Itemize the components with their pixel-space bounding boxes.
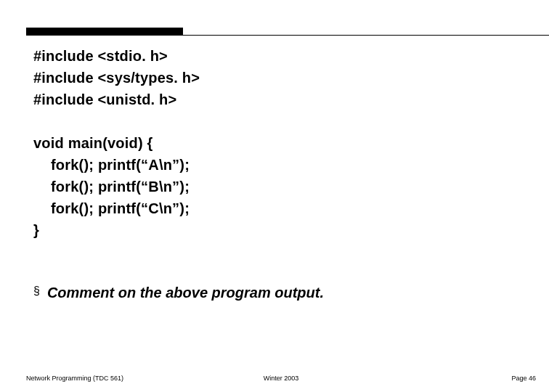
title-bar [26, 28, 183, 35]
footer-right: Page 46 [511, 375, 536, 382]
bullet-text: Comment on the above program output. [47, 282, 324, 303]
code-line: #include <unistd. h> [33, 89, 520, 110]
code-line: } [33, 219, 520, 241]
title-underline [26, 35, 549, 36]
bullet-item: § Comment on the above program output. [33, 282, 520, 303]
code-line: #include <stdio. h> [33, 45, 520, 67]
code-line: fork(); printf(“B\n”); [33, 176, 520, 197]
slide-content: #include <stdio. h> #include <sys/types.… [33, 45, 520, 303]
blank-line [33, 110, 520, 132]
footer: Network Programming (TDC 561) Winter 200… [26, 375, 536, 382]
code-line: fork(); printf(“C\n”); [33, 197, 520, 219]
code-line: void main(void) { [33, 132, 520, 154]
footer-left: Network Programming (TDC 561) [26, 375, 123, 382]
bullet-icon: § [33, 282, 40, 301]
code-line: #include <sys/types. h> [33, 67, 520, 89]
code-block: #include <stdio. h> #include <sys/types.… [33, 45, 520, 241]
code-line: fork(); printf(“A\n”); [33, 154, 520, 176]
